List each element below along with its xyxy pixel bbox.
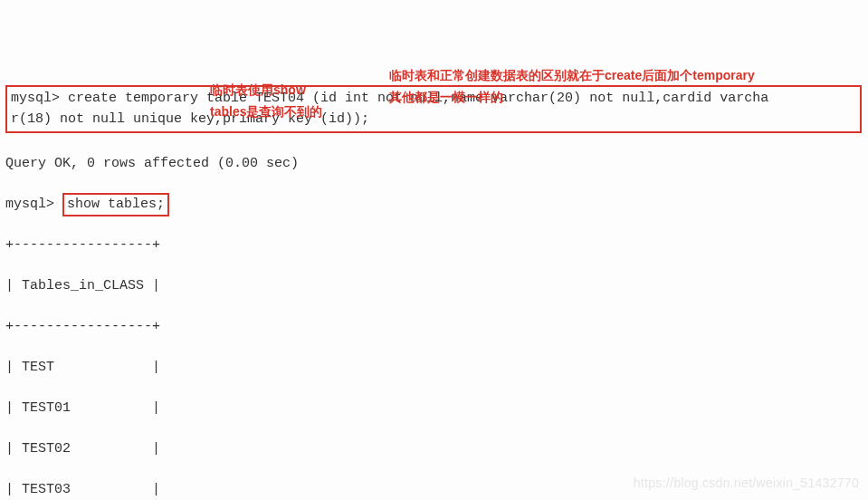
annot-line: 临时表和正常创建数据表的区别就在于create后面加个temporary: [389, 68, 755, 82]
annotation-show-tables: 临时表使用showtables是查询不到的: [210, 80, 364, 123]
table-row: | TEST |: [5, 358, 863, 379]
annot-line: 临时表使用show: [210, 82, 306, 97]
annot-line: tables是查询不到的: [210, 104, 322, 119]
table-row: | TEST02 |: [5, 439, 863, 460]
show-tables-box: show tables;: [62, 193, 169, 217]
query-ok-0: Query OK, 0 rows affected (0.00 sec): [5, 154, 863, 175]
prompt: mysql>: [11, 91, 60, 106]
annotation-temporary: 临时表和正常创建数据表的区别就在于create后面加个temporary其他都是…: [389, 65, 842, 109]
show-tables-line: mysql> show tables;: [5, 195, 863, 216]
table-row: | TEST01 |: [5, 399, 863, 419]
table-header: | Tables_in_CLASS |: [5, 276, 863, 297]
show-tables-stmt: show tables;: [67, 197, 165, 212]
prompt: mysql>: [5, 197, 54, 212]
table-border: +-----------------+: [5, 317, 863, 338]
annot-line: 其他都是一模一样的: [389, 90, 503, 104]
watermark: https://blog.csdn.net/weixin_51432770: [634, 474, 859, 493]
table-border: +-----------------+: [5, 236, 863, 256]
